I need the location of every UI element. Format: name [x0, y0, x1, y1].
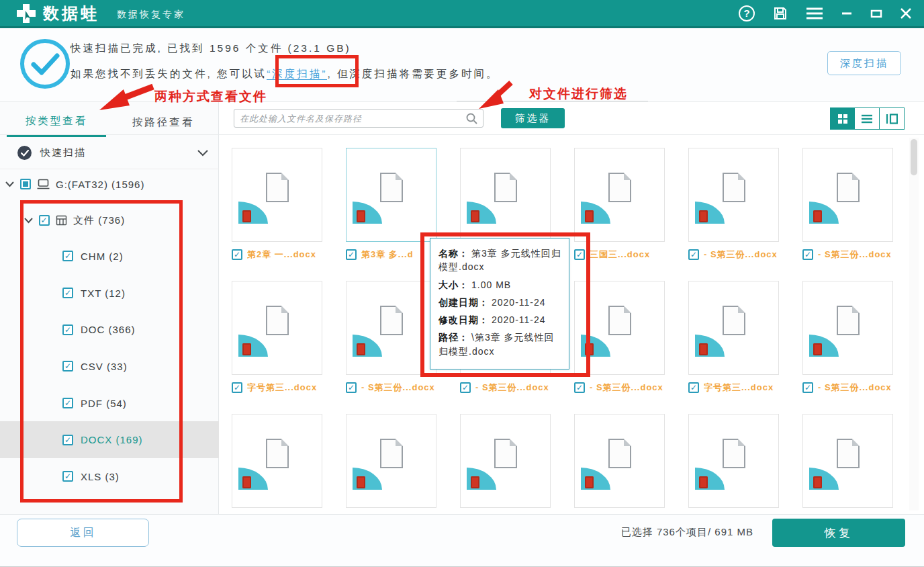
file-card[interactable] [688, 281, 779, 375]
file-checkbox[interactable] [232, 249, 242, 260]
type-checkbox[interactable] [62, 471, 73, 482]
word-doc-glyph [813, 210, 822, 222]
file-card[interactable] [574, 414, 665, 508]
file-card[interactable] [232, 281, 322, 375]
minimize-button[interactable] [841, 7, 853, 19]
drive-checkbox[interactable] [20, 179, 31, 189]
file-card[interactable] [688, 414, 779, 508]
file-type-badge-icon [467, 468, 496, 490]
tree-node-files[interactable]: 文件 (736) [24, 210, 125, 231]
file-card-cell: - S第三份...docx [688, 148, 779, 281]
file-card[interactable] [346, 414, 436, 508]
document-icon [837, 306, 860, 335]
file-card[interactable] [460, 414, 551, 508]
sidebar-file-type-row[interactable]: CHM (2) [0, 238, 219, 275]
file-card[interactable] [232, 414, 322, 508]
back-button[interactable]: 返回 [17, 519, 149, 547]
file-card[interactable] [574, 281, 665, 375]
sidebar-file-type-row[interactable]: CSV (33) [0, 348, 219, 385]
file-card-cell: - S第三份...docx [802, 148, 893, 281]
sidebar-file-type-row[interactable]: PDF (54) [0, 385, 219, 422]
file-card[interactable] [802, 414, 893, 508]
maximize-button[interactable] [870, 7, 882, 19]
file-name-row: - S第三份...docx [460, 382, 551, 394]
type-checkbox[interactable] [62, 361, 73, 372]
file-checkbox[interactable] [232, 382, 242, 393]
file-card[interactable] [574, 148, 665, 242]
recover-button[interactable]: 恢复 [772, 519, 905, 547]
main-panel: 筛选器 第2章 一...docx 第3章 多 [219, 102, 924, 514]
file-card-cell [232, 414, 322, 514]
save-icon[interactable] [772, 5, 788, 21]
file-card-cell [460, 414, 551, 514]
scrollbar-thumb[interactable] [911, 139, 917, 175]
list-view-button[interactable] [855, 107, 880, 130]
file-checkbox[interactable] [802, 382, 813, 393]
search-icon[interactable] [466, 113, 477, 124]
file-checkbox[interactable] [574, 382, 585, 393]
file-type-badge-icon [581, 335, 610, 357]
type-checkbox[interactable] [62, 435, 73, 445]
file-checkbox[interactable] [688, 249, 699, 260]
word-doc-glyph [357, 343, 365, 355]
file-checkbox[interactable] [460, 382, 471, 393]
file-checkbox[interactable] [688, 382, 699, 393]
file-card-cell: 三国三...docx [574, 148, 665, 281]
file-card[interactable] [802, 148, 893, 242]
chevron-down-icon[interactable] [197, 147, 208, 159]
files-group-icon [56, 215, 67, 226]
file-card[interactable] [346, 281, 436, 375]
type-checkbox[interactable] [62, 324, 73, 335]
file-card[interactable] [346, 148, 436, 242]
file-card[interactable] [688, 148, 779, 242]
type-checkbox[interactable] [62, 398, 73, 408]
type-checkbox[interactable] [62, 251, 73, 261]
file-type-badge-icon [581, 468, 610, 490]
help-icon[interactable]: ? [739, 5, 755, 21]
file-checkbox[interactable] [346, 382, 357, 393]
file-type-badge-icon [809, 468, 839, 490]
scan-mode-row[interactable]: 快速扫描 [0, 137, 219, 169]
word-doc-glyph [242, 476, 251, 488]
sidebar: 按类型查看 按路径查看 快速扫描 G:(FAT32) (1596) [0, 102, 219, 514]
document-icon [723, 439, 745, 468]
scan-hint-text: 如果您找不到丢失的文件, 您可以试“深度扫描”, 但深度扫描将需要更多时间。 [71, 67, 499, 81]
close-icon[interactable] [900, 7, 912, 19]
sidebar-file-type-row[interactable]: XLS (3) [0, 458, 219, 495]
app-logo: 数据蛙 数据恢复专家 [0, 3, 185, 24]
document-icon [380, 306, 403, 335]
file-card-cell: 字号第三...docx [688, 281, 779, 414]
search-input[interactable] [234, 114, 466, 124]
word-doc-glyph [471, 476, 479, 488]
file-type-list: CHM (2) TXT (12) DOC (366) CSV (33) PDF … [0, 238, 219, 495]
sidebar-file-type-row[interactable]: TXT (12) [0, 275, 219, 312]
file-card[interactable] [802, 281, 893, 375]
grid-view-button[interactable] [830, 107, 855, 130]
file-name-label: - S第三份...docx [818, 382, 892, 394]
file-checkbox[interactable] [802, 249, 813, 260]
sidebar-file-type-row[interactable]: DOCX (169) [0, 421, 219, 458]
file-checkbox[interactable] [574, 249, 585, 260]
file-type-badge-icon [581, 202, 610, 224]
selection-summary: 已选择 736个项目/ 691 MB [621, 526, 753, 539]
files-checkbox[interactable] [39, 215, 50, 226]
file-checkbox[interactable] [346, 249, 357, 260]
file-card[interactable] [460, 148, 551, 242]
deep-scan-link[interactable]: “深度扫描” [267, 68, 327, 80]
preview-view-button[interactable] [880, 107, 905, 130]
file-type-badge-icon [695, 335, 725, 357]
sidebar-file-type-row[interactable]: DOC (366) [0, 311, 219, 348]
file-name-label: 第2章 一...docx [247, 249, 316, 261]
menu-icon[interactable] [806, 7, 823, 20]
chevron-down-icon[interactable] [24, 218, 33, 224]
type-checkbox[interactable] [62, 288, 73, 298]
word-doc-glyph [813, 476, 822, 488]
deep-scan-button[interactable]: 深度扫描 [827, 51, 901, 75]
file-card-cell: - S第三份...docx [346, 281, 436, 414]
tab-view-by-type[interactable]: 按类型查看 [7, 107, 106, 137]
scan-mode-label: 快速扫描 [40, 146, 86, 159]
file-card[interactable] [232, 148, 322, 242]
drive-label: G:(FAT32) (1596) [56, 179, 144, 190]
tree-node-drive[interactable]: G:(FAT32) (1596) [5, 173, 144, 195]
chevron-down-icon[interactable] [5, 181, 14, 187]
